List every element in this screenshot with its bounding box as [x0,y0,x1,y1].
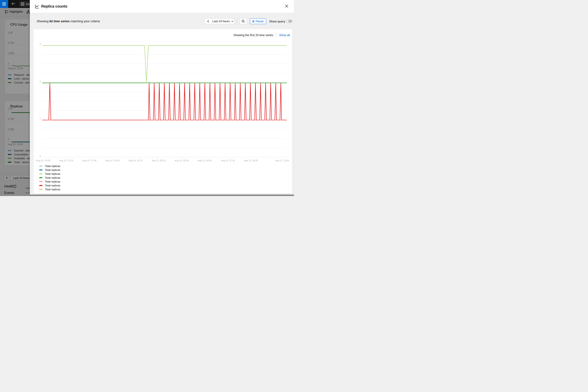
x-axis-tick: Aug 11, 02:40 [175,159,189,162]
show-query-label: Show query [269,20,285,23]
legend-item[interactable]: Total replicas [39,172,60,176]
pause-icon [252,20,254,22]
first-20-series-text: Showing the first 20 time series [234,34,274,37]
zoom-out-button[interactable] [240,18,247,24]
range-forward-button[interactable] [234,18,240,24]
hamburger-menu-button[interactable] [0,0,8,8]
legend-swatch [39,189,42,190]
chevron-left-icon [207,20,209,23]
legend-swatch [39,185,42,186]
app-grid-icon [21,2,24,6]
legend-swatch [39,173,42,174]
chart-legend: Total replicasTotal replicasTotal replic… [39,164,60,191]
legend-label: Total replicas [45,172,60,176]
summary-prefix: Showing [37,20,50,23]
chevron-right-icon [236,20,238,23]
show-query-toggle[interactable] [286,20,292,23]
legend-item[interactable]: Total replicas [39,168,60,172]
x-axis-tick: Aug 10, 13:00 [36,159,50,162]
legend-item[interactable]: Total replicas [39,180,60,184]
y-axis-tick: 0 [40,155,41,158]
pause-label: Pause [256,20,264,23]
divider [276,33,276,38]
legend-item[interactable]: Total replicas [39,164,60,168]
close-icon [285,4,288,8]
y-axis-tick: 2 [40,80,41,83]
legend-label: Total replicas [45,184,60,188]
x-axis-tick: Aug 10, 17:40 [82,159,96,162]
range-back-button[interactable] [205,18,212,24]
y-axis-tick: 1 [40,118,41,120]
x-axis-tick: Aug 11, 09:25 [244,159,258,162]
app-launcher-label: Co [26,2,30,6]
zoom-out-icon [242,20,245,23]
legend-label: Total replicas [45,188,60,191]
x-axis-tick: Aug 10, 22:10 [128,159,142,162]
legend-item[interactable]: Total replicas [39,188,60,191]
drawer-title: Replica counts [41,4,68,8]
series-line [42,46,287,83]
hamburger-icon [2,2,6,6]
x-axis-tick: Aug 11, 07:10 [221,159,235,162]
time-range-value: Last 24 hours [212,20,230,23]
time-range-dropdown[interactable]: Last 24 hours [212,18,234,24]
legend-label: Total replicas [45,168,60,172]
summary-suffix: matching your criteria [70,20,100,23]
x-axis-tick: Aug 11, 13:00 [275,159,289,162]
toggle-knob [287,20,289,22]
line-chart-icon [35,4,40,9]
legend-item[interactable]: Total replicas [39,176,60,180]
x-axis-tick: Aug 11, 04:55 [198,159,212,162]
close-button[interactable] [284,3,290,10]
legend-item[interactable]: Total replicas [39,184,60,188]
x-axis-tick: Aug 10, 19:55 [106,159,120,162]
time-range-control-group: Last 24 hours [204,18,247,24]
series-line [42,83,287,120]
legend-label: Total replicas [45,176,60,180]
replica-counts-drawer: Replica counts Showing 62 time series ma… [30,0,294,194]
chevron-down-icon [231,20,233,22]
pause-button[interactable]: Pause [250,18,266,24]
legend-label: Total replicas [45,164,60,168]
chart-card-header: Showing the first 20 time series Show al… [234,32,290,38]
series-count-summary: Showing 62 time series matching your cri… [37,20,100,23]
back-button[interactable] [10,1,16,7]
summary-count: 62 time series [50,20,70,23]
y-axis-tick: 3 [40,43,41,45]
legend-swatch [39,170,42,170]
back-arrow-icon [12,2,15,5]
legend-swatch [39,166,42,166]
show-all-link[interactable]: Show all [279,34,290,37]
drawer-body: Showing 62 time series matching your cri… [30,13,294,194]
legend-swatch [39,177,42,178]
legend-swatch [39,181,42,182]
chart-card: Showing the first 20 time series Show al… [34,29,292,194]
x-axis-tick: Aug 11, 00:25 [152,159,166,162]
replica-counts-chart[interactable]: 3210Aug 10, 13:00Aug 10, 15:25Aug 10, 17… [35,39,291,164]
x-axis-tick: Aug 10, 15:25 [59,159,73,162]
legend-label: Total replicas [45,180,60,184]
